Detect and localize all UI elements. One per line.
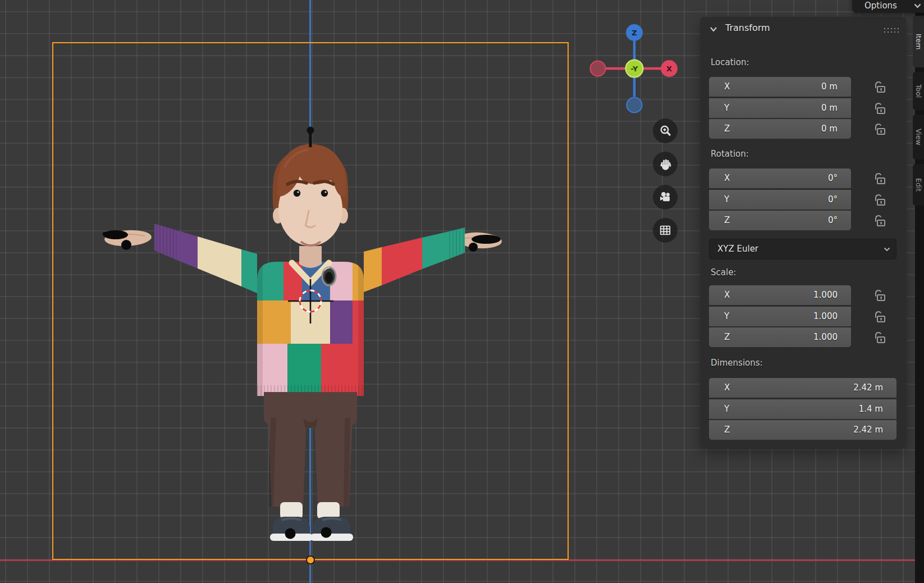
axis-label: Y (724, 307, 729, 326)
socks (280, 502, 340, 519)
axis-label: X (724, 378, 730, 398)
tab-tool[interactable]: Tool (913, 72, 924, 110)
location-x-field[interactable]: X 0 m (709, 77, 851, 97)
axis-value: 1.000 (813, 285, 838, 305)
axis-label: Y (724, 190, 729, 209)
axis-value: 0° (828, 190, 838, 209)
view-axis-gizmo[interactable]: Z X -Y (584, 20, 679, 115)
left-sleeve (154, 224, 257, 293)
gizmo-neg-x-ball[interactable] (591, 61, 606, 76)
axis-label: Z (724, 420, 730, 440)
rotation-section-label: Rotation: (711, 149, 749, 161)
dimensions-y-field[interactable]: Y 1.4 m (709, 399, 896, 419)
panel-collapse-chevron-icon[interactable] (710, 26, 717, 32)
gizmo-z-ball[interactable]: Z (626, 24, 643, 41)
pan-button[interactable] (653, 152, 678, 176)
dimensions-x-field[interactable]: X 2.42 m (709, 378, 896, 398)
tab-tool-label: Tool (914, 84, 923, 98)
rotation-x-field[interactable]: X 0° (709, 168, 851, 188)
tab-view[interactable]: View (913, 115, 924, 160)
tab-item-label: Item (914, 34, 923, 49)
lock-scale-y-icon[interactable] (872, 308, 889, 325)
axis-value: 2.42 m (853, 378, 883, 398)
lock-rotation-z-icon[interactable] (872, 212, 889, 229)
tab-edit[interactable]: Edit (913, 164, 924, 206)
options-button[interactable]: Options (852, 0, 924, 13)
axis-label: X (724, 77, 730, 97)
pan-hand-icon (658, 157, 672, 171)
object-origin-dot (306, 555, 315, 564)
zoom-button[interactable] (653, 119, 678, 143)
lock-location-y-icon[interactable] (872, 100, 889, 117)
lock-rotation-y-icon[interactable] (872, 192, 889, 208)
camera-icon (658, 190, 672, 204)
lock-location-z-icon[interactable] (872, 121, 889, 138)
ortho-toggle-button[interactable] (653, 218, 678, 243)
transform-panel: Transform Location: X 0 m Y 0 m Z 0 m Ro… (700, 17, 907, 449)
neck (299, 246, 322, 268)
lock-rotation-x-icon[interactable] (872, 170, 889, 187)
selected-character-object[interactable] (95, 121, 522, 562)
panel-title: Transform (725, 22, 770, 33)
scale-z-field[interactable]: Z 1.000 (709, 327, 851, 347)
lock-scale-z-icon[interactable] (872, 329, 889, 346)
rotation-mode-dropdown[interactable]: XYZ Euler (709, 239, 896, 259)
location-z-field[interactable]: Z 0 m (709, 119, 851, 139)
tab-item[interactable]: Item (913, 16, 924, 67)
dimensions-section-label: Dimensions: (711, 358, 763, 370)
chevron-down-icon (884, 247, 890, 252)
gizmo-neg-y-label: -Y (631, 65, 638, 73)
grid-ortho-icon (658, 224, 672, 237)
rotation-y-field[interactable]: Y 0° (709, 190, 851, 209)
gizmo-neg-z-ball[interactable] (627, 98, 642, 113)
gizmo-z-label: Z (632, 29, 637, 37)
lock-scale-x-icon[interactable] (872, 287, 889, 304)
axis-label: Y (724, 399, 729, 419)
panel-grip-handle[interactable] (883, 27, 899, 33)
tab-edit-label: Edit (914, 178, 923, 192)
rotation-mode-value: XYZ Euler (717, 239, 758, 259)
axis-value: 1.000 (813, 327, 838, 347)
axis-value: 1.4 m (859, 399, 883, 419)
axis-value: 2.42 m (853, 420, 883, 440)
axis-value: 0 m (821, 77, 838, 97)
scale-section-label: Scale: (711, 267, 736, 280)
axis-label: Y (724, 98, 729, 118)
axis-value: 0 m (821, 98, 838, 118)
axis-value: 0 m (821, 119, 838, 139)
lock-location-x-icon[interactable] (872, 79, 889, 95)
chevron-down-icon (914, 3, 921, 8)
gizmo-x-label: X (666, 65, 672, 73)
gizmo-neg-y-ball[interactable]: -Y (626, 60, 643, 78)
scale-y-field[interactable]: Y 1.000 (709, 307, 851, 326)
rotation-z-field[interactable]: Z 0° (709, 211, 851, 230)
head (273, 144, 349, 246)
pendant (322, 267, 336, 285)
axis-label: Z (724, 211, 730, 230)
axis-label: Z (724, 327, 730, 347)
axis-value: 0° (828, 168, 838, 188)
axis-label: Z (724, 119, 730, 139)
axis-label: X (724, 285, 730, 305)
scale-x-field[interactable]: X 1.000 (709, 285, 851, 305)
axis-value: 1.000 (813, 307, 838, 326)
shoes (270, 517, 353, 541)
right-sleeve (364, 227, 465, 292)
camera-view-button[interactable] (653, 185, 678, 209)
tab-view-label: View (914, 129, 923, 145)
gizmo-x-ball[interactable]: X (661, 60, 678, 77)
axis-label: X (724, 168, 730, 188)
location-y-field[interactable]: Y 0 m (709, 98, 851, 118)
options-button-label: Options (864, 1, 897, 11)
pants (264, 392, 357, 507)
zoom-icon (658, 124, 672, 138)
axis-value: 0° (828, 211, 838, 230)
dimensions-z-field[interactable]: Z 2.42 m (709, 420, 896, 440)
location-section-label: Location: (711, 57, 749, 70)
